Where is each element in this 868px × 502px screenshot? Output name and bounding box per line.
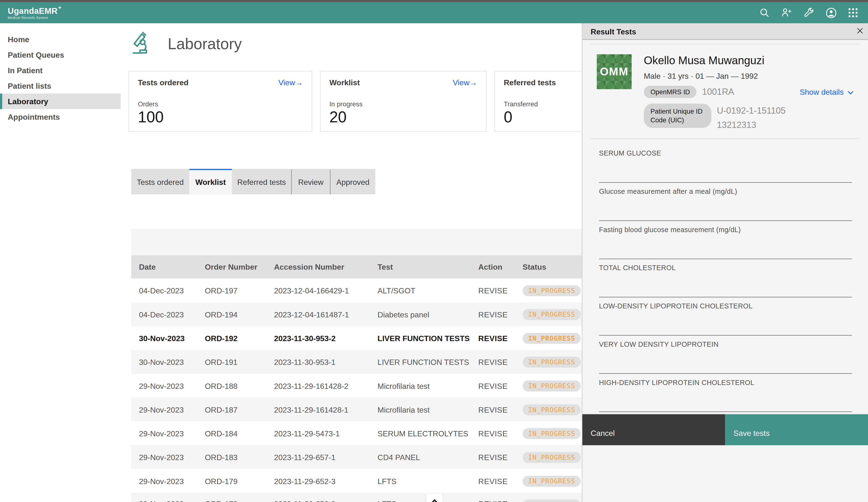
tab-approved[interactable]: Approved <box>330 169 375 194</box>
cell-test: Microfilaria test <box>370 405 471 414</box>
total-cholesterol-input[interactable] <box>599 278 852 297</box>
col-status: Status <box>515 263 582 272</box>
sidebar-item-appointments[interactable]: Appointments <box>0 109 121 124</box>
cell-date: 04-Dec-2023 <box>131 310 197 319</box>
cell-accession-number: 2023-11-29-5473-1 <box>266 429 370 438</box>
revise-action[interactable]: REVISE <box>478 477 508 485</box>
table-row[interactable]: 29-Nov-2023 ORD-179 2023-11-29-652-3 LFT… <box>131 469 582 493</box>
view-link[interactable]: View→ <box>453 78 477 87</box>
top-icons <box>756 4 861 21</box>
panel-actions: Cancel Save tests <box>582 414 868 445</box>
table-row-selected[interactable]: 30-Nov-2023 ORD-192 2023-11-30-953-2 LIV… <box>131 326 582 350</box>
page-title: Laboratory <box>168 35 242 53</box>
cell-test: CD4 PANEL <box>370 453 471 462</box>
table-row-clipped[interactable]: 29-Nov-2023 ORD-178 2023-11-29-652-2 LFT… <box>131 493 582 502</box>
app-switcher-icon[interactable] <box>845 4 861 21</box>
cell-test: Microfilaria test <box>370 381 471 390</box>
revise-action[interactable]: REVISE <box>478 286 508 295</box>
collapse-caret-button[interactable] <box>426 493 442 502</box>
cell-order-number: ORD-178 <box>197 493 266 502</box>
table-row[interactable]: 29-Nov-2023 ORD-183 2023-11-29-657-1 CD4… <box>131 445 582 469</box>
summary-cards: Tests ordered View→ Orders 100 Worklist … <box>128 71 661 132</box>
hdl-cholesterol-input[interactable] <box>599 393 852 412</box>
table-row[interactable]: 29-Nov-2023 ORD-187 2023-11-29-161428-1 … <box>131 398 582 421</box>
tab-referred-tests[interactable]: Referred tests <box>232 169 291 194</box>
table-header-row: Date Order Number Accession Number Test … <box>131 255 582 279</box>
add-user-icon[interactable] <box>778 4 795 21</box>
cell-test: LFTS <box>370 493 471 502</box>
revise-action[interactable]: REVISE <box>478 310 508 319</box>
user-avatar-icon[interactable] <box>823 4 839 21</box>
field-fasting-glucose: Fasting blood glucose measurement (mg/dL… <box>599 221 852 259</box>
patient-banner: OMM Okello Musa Muwanguzi Male · 31 yrs … <box>582 44 868 132</box>
revise-action[interactable]: REVISE <box>478 429 508 438</box>
close-icon[interactable] <box>854 25 865 36</box>
patient-name: Okello Musa Muwanguzi <box>644 54 854 66</box>
card-title: Tests ordered <box>138 78 188 87</box>
status-badge: IN_PROGRESS <box>523 428 581 439</box>
uic-label: Patient Unique ID Code (UIC) <box>644 103 711 128</box>
cell-date: 29-Nov-2023 <box>131 477 197 485</box>
glucose-after-meal-input[interactable] <box>599 202 852 221</box>
microscope-icon <box>131 31 157 58</box>
show-details-link[interactable]: Show details <box>800 88 854 96</box>
cancel-button[interactable]: Cancel <box>582 414 725 445</box>
sidebar-item-home[interactable]: Home <box>0 31 121 47</box>
field-label: HIGH-DENSITY LIPOPROTEIN CHOLESTEROL <box>599 374 852 387</box>
cell-order-number: ORD-187 <box>197 405 266 414</box>
sidebar-item-in-patient[interactable]: In Patient <box>0 62 121 78</box>
col-accession-number: Accession Number <box>266 263 370 272</box>
save-tests-button[interactable]: Save tests <box>725 414 868 445</box>
table-row[interactable]: 29-Nov-2023 ORD-188 2023-11-29-161428-2 … <box>131 374 582 398</box>
cell-order-number: ORD-179 <box>197 477 266 485</box>
search-icon[interactable] <box>756 4 773 21</box>
table-row[interactable]: 04-Dec-2023 ORD-194 2023-12-04-161487-1 … <box>131 303 582 326</box>
serum-glucose-input[interactable] <box>599 164 852 182</box>
field-glucose-after-meal: Glucose measurement after a meal (mg/dL) <box>599 183 852 221</box>
revise-action[interactable]: REVISE <box>478 334 508 342</box>
sidebar-item-patient-lists[interactable]: Patient lists <box>0 78 121 93</box>
metric-value: 20 <box>329 110 477 125</box>
col-action: Action <box>471 263 515 272</box>
cell-date: 29-Nov-2023 <box>131 493 197 502</box>
tools-icon[interactable] <box>800 4 817 21</box>
chevron-up-icon <box>430 497 439 502</box>
revise-action[interactable]: REVISE <box>478 500 508 502</box>
openmrs-id-label: OpenMRS ID <box>644 86 696 98</box>
main-content: Laboratory Tests ordered View→ Orders 10… <box>121 23 582 502</box>
status-badge: IN_PROGRESS <box>523 309 581 320</box>
fasting-glucose-input[interactable] <box>599 240 852 259</box>
field-vldl: VERY LOW DENSITY LIPOPROTEIN <box>599 336 852 374</box>
table-row[interactable]: 04-Dec-2023 ORD-197 2023-12-04-166429-1 … <box>131 279 582 303</box>
cell-accession-number: 2023-11-29-161428-1 <box>266 405 370 414</box>
sidebar-item-patient-queues[interactable]: Patient Queues <box>0 47 121 62</box>
revise-action[interactable]: REVISE <box>478 453 508 462</box>
revise-action[interactable]: REVISE <box>478 357 508 366</box>
cell-order-number: ORD-192 <box>197 334 266 342</box>
cell-test: LFTS <box>370 477 471 485</box>
table-row[interactable]: 29-Nov-2023 ORD-184 2023-11-29-5473-1 SE… <box>131 421 582 445</box>
tab-worklist[interactable]: Worklist <box>189 169 232 194</box>
sidebar-item-laboratory[interactable]: Laboratory <box>0 93 121 109</box>
viewport: UgandaEMR+ Medical Records System <box>0 0 868 502</box>
tab-tests-ordered[interactable]: Tests ordered <box>131 169 189 194</box>
table-row[interactable]: 30-Nov-2023 ORD-191 2023-11-30-953-1 LIV… <box>131 350 582 374</box>
plus-glyph: + <box>58 4 62 10</box>
status-badge: IN_PROGRESS <box>523 332 581 344</box>
vldl-input[interactable] <box>599 355 852 373</box>
ldl-cholesterol-input[interactable] <box>599 316 852 335</box>
view-link[interactable]: View→ <box>278 78 303 87</box>
tab-review[interactable]: Review <box>291 169 330 194</box>
table-toolbar <box>131 229 582 255</box>
col-test: Test <box>370 263 471 272</box>
revise-action[interactable]: REVISE <box>478 405 508 414</box>
metric-value: 100 <box>138 110 303 125</box>
page-header: Laboratory <box>121 31 582 57</box>
revise-action[interactable]: REVISE <box>478 381 508 390</box>
cell-date: 29-Nov-2023 <box>131 453 197 462</box>
uic-value: U-0192-1-15110513212313 <box>717 103 790 132</box>
cell-order-number: ORD-184 <box>197 429 266 438</box>
field-ldl-cholesterol: LOW-DENSITY LIPOPROTEIN CHOLESTEROL <box>599 298 852 336</box>
cell-accession-number: 2023-11-29-652-3 <box>266 477 370 485</box>
brand-tagline: Medical Records System <box>8 16 62 19</box>
